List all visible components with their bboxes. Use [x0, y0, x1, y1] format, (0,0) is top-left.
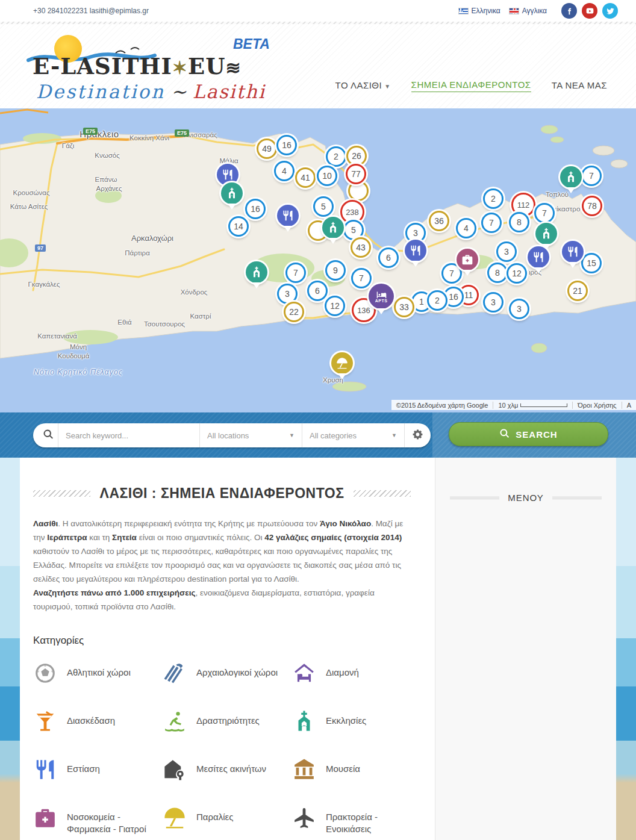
nav-item-active[interactable]: ΣΗΜΕΙΑ ΕΝΔΙΑΦΕΡΟΝΤΟΣ: [411, 79, 531, 92]
category-label: Διαμονή: [326, 661, 359, 679]
category-item[interactable]: Αθλητικοί χώροι: [33, 661, 163, 685]
map-label: Κάτω Ασίτες: [10, 203, 48, 210]
map-cluster-marker[interactable]: 9: [325, 260, 346, 281]
advanced-search-button[interactable]: [404, 423, 431, 447]
map-cluster-marker[interactable]: 7: [581, 166, 602, 186]
map-pin-restaurant[interactable]: [562, 241, 584, 263]
facebook-icon[interactable]: [561, 3, 577, 19]
map-cluster-marker[interactable]: 41: [295, 167, 316, 188]
map-label: Τοπλού: [546, 191, 569, 198]
map-cluster-marker[interactable]: 10: [317, 166, 337, 186]
map-label: Κουδουμά: [58, 352, 90, 359]
map-cluster-marker[interactable]: 22: [284, 302, 304, 322]
title-decoration-right: [354, 490, 411, 497]
map-pin-apts[interactable]: APTS: [369, 284, 394, 309]
locations-dropdown[interactable]: All locations▼: [199, 423, 302, 447]
keyword-wrap: [58, 423, 199, 447]
map-pin-medical[interactable]: [457, 249, 478, 270]
language-english[interactable]: Αγγλικα: [509, 7, 547, 15]
map-cluster-marker[interactable]: 33: [394, 297, 414, 317]
search-input[interactable]: [66, 431, 192, 440]
category-label: Νοσοκομεία - Φαρμακεία - Γιατροί: [67, 806, 163, 836]
map-pin-church[interactable]: [246, 261, 267, 283]
accommodation-icon: [292, 661, 316, 685]
site-logo[interactable]: E-LASITHI✶EU≋ BETA Destination ~ Lasithi: [25, 28, 278, 106]
map-cluster-marker[interactable]: 49: [257, 138, 277, 159]
map-cluster-marker[interactable]: 36: [429, 211, 449, 231]
title-decoration-left: [33, 490, 90, 497]
map-cluster-marker[interactable]: 77: [346, 164, 366, 184]
category-item[interactable]: Εκκλησίες: [292, 709, 411, 733]
greek-flag-icon: [458, 8, 469, 14]
category-item[interactable]: Μεσίτες ακινήτων: [163, 758, 292, 782]
nav-item-link[interactable]: ΤΑ ΝΕΑ ΜΑΣ: [552, 80, 607, 92]
map-cluster-marker[interactable]: 8: [509, 212, 529, 232]
map-pin-church[interactable]: [322, 217, 344, 238]
map-cluster-marker[interactable]: 5: [313, 196, 334, 217]
beta-badge: BETA: [233, 36, 270, 52]
uk-flag-icon: [509, 8, 519, 14]
category-item[interactable]: Δραστηριότητες: [163, 709, 292, 733]
category-item[interactable]: Αρχαιολογικοί χώροι: [163, 661, 292, 685]
map-cluster-marker[interactable]: 7: [285, 263, 306, 283]
map-cluster-marker[interactable]: 43: [351, 237, 371, 258]
map-cluster-marker[interactable]: 3: [483, 292, 504, 313]
map-report-link[interactable]: Α: [622, 402, 636, 409]
map-cluster-marker[interactable]: 2: [483, 188, 504, 209]
restaurant-icon: [33, 758, 57, 782]
map-cluster-marker[interactable]: 12: [325, 296, 345, 316]
map-label: Γάζι: [62, 142, 74, 149]
nav-item-link[interactable]: ΤΟ ΛΑΣΙΘΙ▼: [335, 80, 391, 92]
map-pin-restaurant[interactable]: [528, 246, 549, 268]
map-pin-church[interactable]: [221, 182, 243, 204]
youtube-icon[interactable]: [582, 3, 597, 19]
road-shield: 97: [35, 244, 46, 252]
map-pin-restaurant[interactable]: [277, 205, 299, 226]
map-cluster-marker[interactable]: 15: [581, 253, 602, 273]
map-cluster-marker[interactable]: 4: [456, 218, 476, 238]
map-cluster-marker[interactable]: 3: [509, 299, 529, 319]
map-cluster-marker[interactable]: 16: [276, 135, 297, 155]
category-label: Αθλητικοί χώροι: [67, 661, 131, 679]
map-cluster-marker[interactable]: 21: [567, 281, 588, 301]
map-canvas[interactable]: ©2015 Δεδομένα χάρτη Google 10 χλμ Όροι …: [0, 108, 636, 412]
soccer-icon: [33, 661, 57, 685]
category-item[interactable]: Εστίαση: [33, 758, 163, 782]
map-cluster-marker[interactable]: 12: [507, 263, 527, 284]
twitter-icon[interactable]: [602, 3, 618, 19]
map-pin-beach[interactable]: [331, 352, 353, 374]
category-item[interactable]: Νοσοκομεία - Φαρμακεία - Γιατροί: [33, 806, 163, 836]
map-pin-church[interactable]: [535, 223, 557, 244]
categories-dropdown[interactable]: All categories▼: [302, 423, 404, 447]
map-cluster-marker[interactable]: 4: [274, 161, 295, 181]
map-cluster-marker[interactable]: 2: [326, 146, 346, 167]
map-cluster-marker[interactable]: 6: [378, 247, 399, 268]
search-icon: [499, 428, 510, 441]
map-cluster-marker[interactable]: 7: [481, 213, 502, 233]
map-cluster-marker[interactable]: 26: [346, 146, 367, 166]
map-pin-church[interactable]: [560, 166, 582, 188]
category-label: Μεσίτες ακινήτων: [196, 758, 266, 775]
search-button[interactable]: SEARCH: [449, 422, 608, 446]
map-cluster-marker[interactable]: 8: [487, 263, 508, 283]
category-item[interactable]: Πρακτορεία - Ενοικιάσεις: [292, 806, 411, 836]
category-item[interactable]: Διασκέδαση: [33, 709, 163, 733]
page: +30 2841022231 lasithi@epimlas.gr Ελληνι…: [0, 0, 636, 840]
map-cluster-marker[interactable]: 3: [496, 241, 517, 262]
map-pin-restaurant[interactable]: [405, 240, 426, 261]
language-greek[interactable]: Ελληνικα: [458, 7, 500, 15]
category-item[interactable]: Διαμονή: [292, 661, 411, 685]
category-item[interactable]: Μουσεία: [292, 758, 411, 782]
map-terms-link[interactable]: Όροι Χρήσης: [572, 402, 621, 409]
map-cluster-marker[interactable]: 2: [427, 290, 447, 311]
map-cluster-marker[interactable]: 14: [228, 216, 249, 237]
road-shield: E75: [83, 128, 98, 135]
map-cluster-marker[interactable]: 7: [534, 203, 555, 223]
social-links: [561, 3, 618, 19]
map-cluster-marker[interactable]: 3: [277, 284, 298, 304]
category-item[interactable]: Παραλίες: [163, 806, 292, 836]
map-cluster-marker[interactable]: 78: [582, 196, 602, 216]
map-label: Εθιά: [117, 319, 131, 326]
logo-tagline: Destination ~ Lasithi: [36, 81, 266, 102]
map-label: Κρουσώνας: [13, 189, 50, 196]
